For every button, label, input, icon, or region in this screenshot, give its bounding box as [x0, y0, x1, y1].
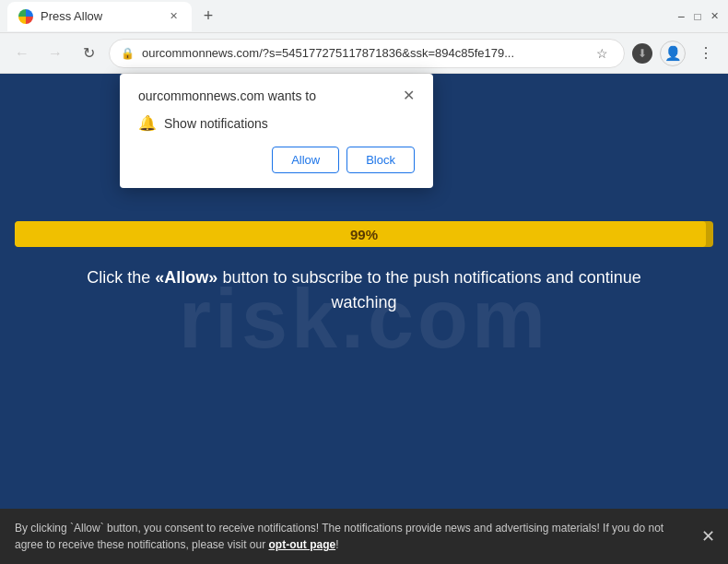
- progress-bar-background: 99%: [15, 221, 713, 247]
- permission-dialog: ourcommonnews.com wants to ✕ 🔔 Show noti…: [120, 74, 433, 188]
- window-controls: [675, 10, 721, 23]
- banner-text-after: !: [335, 538, 338, 551]
- tab-title: Press Allow: [41, 9, 102, 23]
- download-indicator[interactable]: ⬇: [632, 43, 652, 64]
- back-button[interactable]: ←: [9, 41, 35, 66]
- dialog-title: ourcommonnews.com wants to: [138, 88, 316, 103]
- menu-button[interactable]: ⋮: [693, 41, 719, 66]
- menu-dots-icon: ⋮: [699, 44, 714, 62]
- dialog-buttons: Allow Block: [138, 147, 415, 173]
- active-tab[interactable]: Press Allow ✕: [7, 2, 192, 31]
- bookmark-button[interactable]: ☆: [591, 42, 613, 65]
- download-icon: ⬇: [638, 47, 647, 60]
- lock-icon: 🔒: [121, 47, 135, 60]
- close-button[interactable]: [708, 10, 721, 23]
- address-actions: ☆: [591, 42, 613, 65]
- banner-close-button[interactable]: ✕: [701, 526, 715, 546]
- profile-icon: 👤: [664, 45, 682, 62]
- dialog-permission-row: 🔔 Show notifications: [138, 114, 415, 132]
- url-text: ourcommonnews.com/?s=545177275117871836&…: [142, 46, 583, 60]
- minimize-button[interactable]: [675, 10, 687, 23]
- tab-favicon: [18, 9, 33, 24]
- allow-button[interactable]: Allow: [272, 147, 339, 173]
- block-button[interactable]: Block: [346, 147, 415, 173]
- bottom-banner: By clicking `Allow` button, you consent …: [0, 509, 728, 564]
- bell-icon: 🔔: [138, 114, 157, 132]
- title-bar: Press Allow ✕ +: [0, 0, 728, 33]
- tab-area: Press Allow ✕ +: [7, 2, 221, 31]
- address-bar[interactable]: 🔒 ourcommonnews.com/?s=54517727511787183…: [109, 39, 625, 68]
- progress-container: 99%: [0, 221, 728, 247]
- reload-button[interactable]: ↻: [76, 41, 101, 66]
- nav-bar: ← → ↻ 🔒 ourcommonnews.com/?s=54517727511…: [0, 33, 728, 74]
- dialog-permission-text: Show notifications: [164, 116, 268, 131]
- profile-button[interactable]: 👤: [660, 41, 686, 66]
- tab-close-button[interactable]: ✕: [166, 9, 181, 24]
- allow-emphasis: «Allow»: [155, 268, 217, 287]
- maximize-button[interactable]: [691, 10, 704, 23]
- dialog-header: ourcommonnews.com wants to ✕: [138, 88, 415, 103]
- progress-label: 99%: [350, 227, 378, 242]
- new-tab-button[interactable]: +: [195, 4, 221, 29]
- dialog-close-button[interactable]: ✕: [403, 88, 415, 103]
- opt-out-link[interactable]: opt-out page: [268, 538, 335, 551]
- banner-text-before: By clicking `Allow` button, you consent …: [15, 522, 663, 551]
- forward-button[interactable]: →: [42, 41, 68, 66]
- page-content: risk.com ourcommonnews.com wants to ✕ 🔔 …: [0, 74, 728, 564]
- instruction-text: Click the «Allow» button to subscribe to…: [0, 265, 728, 315]
